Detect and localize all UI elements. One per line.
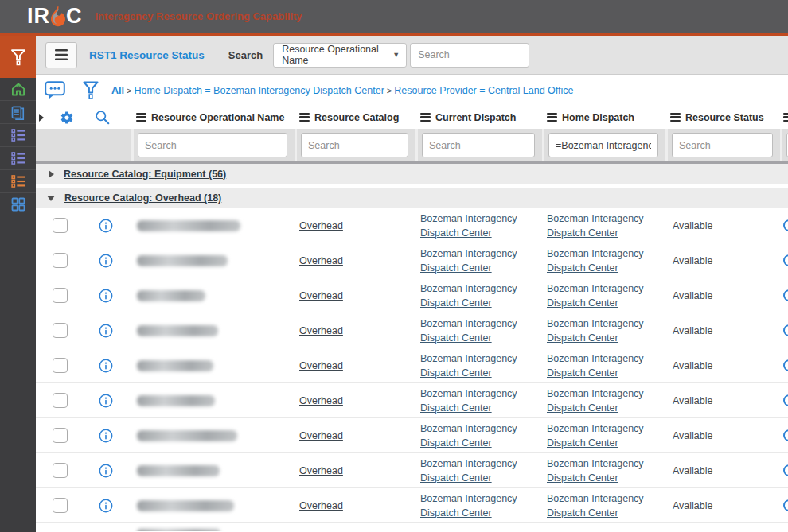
info-icon[interactable] — [99, 254, 113, 268]
column-header-3[interactable]: Home Dispatch — [542, 112, 665, 123]
resource-status-cell: Available — [665, 220, 780, 231]
resource-name-cell — [131, 290, 295, 301]
home-dispatch-link[interactable]: Bozeman Interagency Dispatch Center — [547, 351, 665, 380]
current-dispatch-link[interactable]: Bozeman Interagency Dispatch Center — [420, 316, 542, 345]
search-column-select[interactable]: Resource Operational Name ▼ — [273, 43, 407, 68]
column-filter-row — [36, 129, 788, 164]
row-checkbox[interactable] — [53, 358, 68, 373]
current-dispatch-link[interactable]: Bozeman Interagency Dispatch Center — [420, 456, 542, 485]
column-header-extra[interactable] — [780, 113, 788, 122]
info-icon[interactable] — [99, 499, 113, 513]
group-row-0[interactable]: Resource Catalog: Equipment (56) — [36, 164, 788, 184]
column-header-1[interactable]: Resource Catalog — [295, 112, 415, 123]
list-control-bar: RST1 Resource Status Search Resource Ope… — [36, 36, 788, 75]
resource-catalog-link[interactable]: Overhead — [299, 220, 343, 231]
home-dispatch-link[interactable]: Bozeman Interagency Dispatch Center — [547, 491, 665, 520]
group-row-1[interactable]: Resource Catalog: Overhead (18) — [36, 188, 788, 208]
column-filter-input-0[interactable] — [138, 133, 287, 157]
row-checkbox[interactable] — [53, 323, 68, 338]
row-checkbox[interactable] — [53, 288, 68, 303]
sidebar-item-5-checklist[interactable] — [0, 170, 36, 193]
column-filter-input-2[interactable] — [422, 133, 535, 157]
column-filter-input-3[interactable] — [548, 133, 658, 157]
filter-cell-2 — [415, 129, 542, 161]
current-dispatch-link[interactable]: Bozeman Interagency Dispatch Center — [420, 491, 542, 520]
resource-status-cell: Available — [665, 430, 780, 441]
row-checkbox[interactable] — [53, 498, 68, 513]
resource-catalog-link[interactable]: Overhead — [299, 465, 343, 476]
column-header-4[interactable]: Resource Status — [665, 112, 780, 123]
column-header-label: Home Dispatch — [562, 112, 634, 123]
current-dispatch-link[interactable]: Bozeman Interagency Dispatch Center — [420, 212, 542, 240]
column-header-0[interactable]: Resource Operational Name — [131, 112, 295, 123]
info-icon[interactable] — [99, 429, 113, 443]
sidebar-item-2-documents[interactable] — [0, 101, 36, 124]
info-icon[interactable] — [99, 464, 113, 478]
home-dispatch-link[interactable]: Bozeman Interagency Dispatch Center — [547, 316, 665, 345]
personalize-columns-button[interactable] — [60, 111, 74, 125]
current-dispatch-cell: Bozeman Interagency Dispatch Center — [415, 212, 542, 240]
breadcrumb-segment-1[interactable]: Home Dispatch = Bozeman Interagency Disp… — [134, 85, 384, 96]
row-checkbox[interactable] — [53, 253, 68, 268]
column-filter-input-4[interactable] — [672, 133, 773, 157]
page-title-link[interactable]: RST1 Resource Status — [89, 49, 205, 61]
info-icon[interactable] — [99, 219, 113, 233]
caret-right-icon — [49, 170, 54, 178]
row-info-cell — [80, 289, 131, 303]
current-dispatch-cell: Bozeman Interagency Dispatch Center — [415, 247, 542, 275]
row-checkbox[interactable] — [53, 428, 68, 443]
resource-catalog-link[interactable]: Overhead — [299, 255, 343, 266]
menu-button[interactable] — [45, 42, 77, 68]
current-dispatch-link[interactable]: Bozeman Interagency Dispatch Center — [420, 282, 542, 310]
current-dispatch-link[interactable]: Bozeman Interagency Dispatch Center — [420, 247, 542, 275]
sidebar-item-4-checklist[interactable] — [0, 147, 36, 170]
current-dispatch-cell: Bozeman Interagency Dispatch Center — [415, 421, 542, 450]
home-dispatch-link[interactable]: Bozeman Interagency Dispatch Center — [547, 247, 665, 275]
sidebar-item-0-funnel[interactable] — [0, 36, 36, 78]
resource-status-cell: Available — [665, 290, 780, 301]
home-dispatch-link[interactable]: Bozeman Interagency Dispatch Center — [547, 386, 665, 415]
filter-button[interactable] — [83, 81, 99, 100]
redacted-resource-name — [137, 255, 228, 266]
row-checkbox[interactable] — [53, 393, 68, 408]
current-dispatch-link[interactable]: Bozeman Interagency Dispatch Center — [420, 421, 542, 450]
resource-catalog-link[interactable]: Overhead — [299, 290, 343, 301]
home-dispatch-link[interactable]: Bozeman Interagency Dispatch Center — [547, 212, 665, 240]
sidebar-item-6-grid[interactable] — [0, 193, 36, 216]
row-checkbox[interactable] — [53, 463, 68, 478]
sidebar-item-1-home[interactable] — [0, 78, 36, 101]
column-header-2[interactable]: Current Dispatch — [415, 112, 542, 123]
resource-status-cell: Available — [665, 500, 780, 511]
home-dispatch-link[interactable]: Bozeman Interagency Dispatch Center — [547, 282, 665, 310]
row-select-cell — [36, 498, 80, 513]
breadcrumb-segment-2[interactable]: Resource Provider = Central Land Office — [394, 85, 573, 96]
info-icon[interactable] — [99, 289, 113, 303]
current-dispatch-link[interactable]: Bozeman Interagency Dispatch Center — [420, 386, 542, 415]
list-search-button[interactable] — [95, 110, 110, 125]
resource-catalog-link[interactable]: Overhead — [299, 430, 343, 441]
resource-catalog-link[interactable]: Overhead — [299, 395, 343, 406]
sidebar-item-3-checklist[interactable] — [0, 124, 36, 147]
home-dispatch-link[interactable]: Bozeman Interagency Dispatch Center — [547, 456, 665, 485]
resource-catalog-link[interactable]: Overhead — [299, 360, 343, 371]
info-icon[interactable] — [99, 359, 113, 373]
home-dispatch-link[interactable]: Bozeman Interagency Dispatch Center — [547, 421, 665, 450]
resource-status-cell: Available — [665, 465, 780, 476]
chat-button[interactable] — [45, 81, 65, 99]
home-dispatch-cell: Bozeman Interagency Dispatch Center — [542, 316, 665, 345]
expand-all-caret-icon[interactable] — [39, 114, 44, 122]
global-search-input[interactable] — [410, 43, 529, 68]
checklist-icon — [10, 127, 26, 143]
resource-catalog-link[interactable]: Overhead — [299, 325, 343, 336]
row-checkbox[interactable] — [53, 218, 68, 233]
resource-catalog-link[interactable]: Overhead — [299, 500, 343, 511]
info-icon[interactable] — [99, 324, 113, 338]
row-extra-cell — [780, 488, 788, 522]
current-dispatch-link[interactable]: Bozeman Interagency Dispatch Center — [420, 351, 542, 380]
info-icon[interactable] — [99, 394, 113, 408]
breadcrumb-segment-0[interactable]: All — [111, 85, 124, 96]
iroc-logo: IR C — [27, 5, 83, 29]
resource-name-cell — [131, 500, 295, 511]
column-filter-input-1[interactable] — [301, 133, 408, 157]
row-info-cell — [80, 324, 131, 338]
